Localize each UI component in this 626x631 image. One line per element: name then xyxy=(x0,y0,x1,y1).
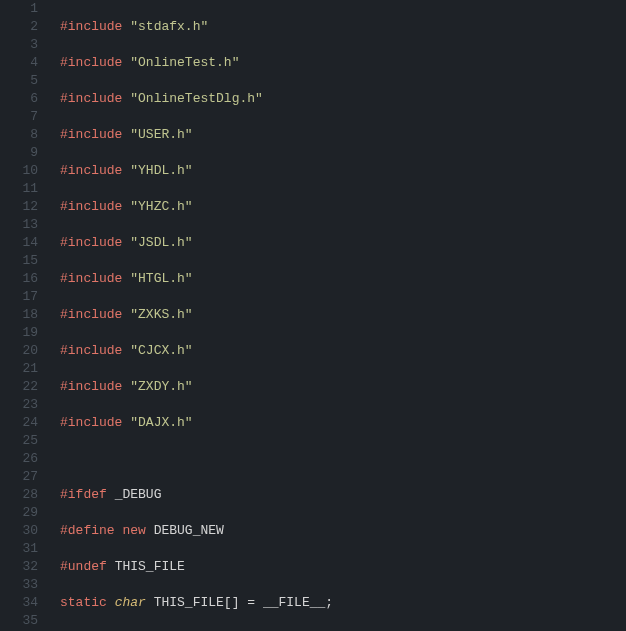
line-number: 16 xyxy=(8,270,38,288)
preproc-include: #include xyxy=(60,343,122,358)
preproc-undef: #undef xyxy=(60,559,107,574)
line-number: 6 xyxy=(8,90,38,108)
header-string: "stdafx.h" xyxy=(130,19,208,34)
preproc-include: #include xyxy=(60,415,122,430)
code-line[interactable]: #include "YHDL.h" xyxy=(60,162,626,180)
code-line[interactable]: #include "OnlineTest.h" xyxy=(60,54,626,72)
preproc-define: #define xyxy=(60,523,115,538)
line-number: 21 xyxy=(8,360,38,378)
line-number: 27 xyxy=(8,468,38,486)
line-number: 24 xyxy=(8,414,38,432)
code-line[interactable]: #include "DAJX.h" xyxy=(60,414,626,432)
char-type: char xyxy=(115,595,146,610)
line-number: 12 xyxy=(8,198,38,216)
code-line[interactable]: #define new DEBUG_NEW xyxy=(60,522,626,540)
semicolon: ; xyxy=(325,595,333,610)
line-number: 8 xyxy=(8,126,38,144)
line-number: 11 xyxy=(8,180,38,198)
header-string: "YHDL.h" xyxy=(130,163,192,178)
code-line[interactable]: #include "HTGL.h" xyxy=(60,270,626,288)
line-number: 5 xyxy=(8,72,38,90)
header-string: "OnlineTestDlg.h" xyxy=(130,91,263,106)
line-number: 14 xyxy=(8,234,38,252)
line-number: 1 xyxy=(8,0,38,18)
code-line[interactable]: #include "stdafx.h" xyxy=(60,18,626,36)
line-number: 34 xyxy=(8,594,38,612)
line-number: 3 xyxy=(8,36,38,54)
line-number: 30 xyxy=(8,522,38,540)
line-number: 23 xyxy=(8,396,38,414)
line-number: 33 xyxy=(8,576,38,594)
code-line[interactable]: #include "OnlineTestDlg.h" xyxy=(60,90,626,108)
preproc-include: #include xyxy=(60,127,122,142)
line-number: 19 xyxy=(8,324,38,342)
preproc-include: #include xyxy=(60,235,122,250)
header-string: "DAJX.h" xyxy=(130,415,192,430)
header-string: "ZXKS.h" xyxy=(130,307,192,322)
line-number: 20 xyxy=(8,342,38,360)
file-macro: __FILE__ xyxy=(255,595,325,610)
header-string: "HTGL.h" xyxy=(130,271,192,286)
code-line[interactable]: #undef THIS_FILE xyxy=(60,558,626,576)
line-number: 10 xyxy=(8,162,38,180)
line-number: 28 xyxy=(8,486,38,504)
line-number: 25 xyxy=(8,432,38,450)
line-number: 18 xyxy=(8,306,38,324)
line-number: 29 xyxy=(8,504,38,522)
line-number: 13 xyxy=(8,216,38,234)
code-line[interactable]: #include "CJCX.h" xyxy=(60,342,626,360)
line-number: 9 xyxy=(8,144,38,162)
line-number: 17 xyxy=(8,288,38,306)
new-keyword: new xyxy=(122,523,145,538)
code-area[interactable]: #include "stdafx.h" #include "OnlineTest… xyxy=(56,0,626,631)
header-string: "YHZC.h" xyxy=(130,199,192,214)
preproc-include: #include xyxy=(60,19,122,34)
macro-symbol: THIS_FILE xyxy=(115,559,185,574)
code-line[interactable]: static char THIS_FILE[] = __FILE__; xyxy=(60,594,626,612)
header-string: "ZXDY.h" xyxy=(130,379,192,394)
line-number: 26 xyxy=(8,450,38,468)
line-number: 31 xyxy=(8,540,38,558)
preproc-include: #include xyxy=(60,379,122,394)
array-name: THIS_FILE[] xyxy=(154,595,248,610)
preproc-include: #include xyxy=(60,199,122,214)
code-line[interactable]: #include "ZXKS.h" xyxy=(60,306,626,324)
macro-symbol: _DEBUG xyxy=(115,487,162,502)
equals-op: = xyxy=(247,595,255,610)
preproc-include: #include xyxy=(60,91,122,106)
code-line[interactable]: #include "JSDL.h" xyxy=(60,234,626,252)
header-string: "CJCX.h" xyxy=(130,343,192,358)
line-number: 32 xyxy=(8,558,38,576)
preproc-ifdef: #ifdef xyxy=(60,487,107,502)
code-line[interactable]: #include "YHZC.h" xyxy=(60,198,626,216)
line-gutter: 1 2 3 4 5 6 7 8 9 10 11 12 13 14 15 16 1… xyxy=(0,0,56,631)
preproc-include: #include xyxy=(60,55,122,70)
line-number: 4 xyxy=(8,54,38,72)
line-number: 22 xyxy=(8,378,38,396)
line-number: 7 xyxy=(8,108,38,126)
line-number: 35 xyxy=(8,612,38,630)
code-editor[interactable]: 1 2 3 4 5 6 7 8 9 10 11 12 13 14 15 16 1… xyxy=(0,0,626,631)
code-line[interactable]: #include "USER.h" xyxy=(60,126,626,144)
preproc-include: #include xyxy=(60,271,122,286)
header-string: "USER.h" xyxy=(130,127,192,142)
macro-value: DEBUG_NEW xyxy=(154,523,224,538)
code-line[interactable]: #ifdef _DEBUG xyxy=(60,486,626,504)
code-line[interactable] xyxy=(60,450,626,468)
static-keyword: static xyxy=(60,595,107,610)
line-number: 2 xyxy=(8,18,38,36)
preproc-include: #include xyxy=(60,307,122,322)
preproc-include: #include xyxy=(60,163,122,178)
line-number: 15 xyxy=(8,252,38,270)
header-string: "OnlineTest.h" xyxy=(130,55,239,70)
header-string: "JSDL.h" xyxy=(130,235,192,250)
code-line[interactable]: #include "ZXDY.h" xyxy=(60,378,626,396)
